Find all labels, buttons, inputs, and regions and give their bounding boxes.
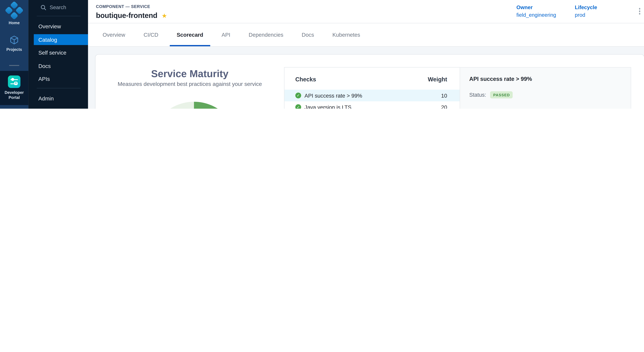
sidebar-divider (37, 16, 80, 16)
search-icon (40, 5, 46, 10)
kebab-menu-icon[interactable] (639, 8, 640, 14)
status-badge: PASSED (490, 91, 513, 98)
score-gauge: 85 (150, 102, 238, 109)
module-rail: Home Projects DeveloperPortal ∞ Deployme… (0, 0, 28, 109)
check-label: API success rate > 99% (304, 92, 441, 99)
sidebar-item-admin[interactable]: Admin (28, 93, 88, 104)
lifecycle-value: prod (575, 11, 608, 19)
owner-label: Owner (516, 4, 562, 11)
nav-projects-label: Projects (0, 47, 28, 52)
tab-ci-cd[interactable]: CI/CD (136, 23, 166, 46)
check-weight: 10 (441, 92, 447, 99)
developer-portal-icon (8, 75, 20, 88)
owner-meta[interactable]: Owner field_engineering (516, 4, 562, 19)
status-label: Status: (469, 92, 486, 98)
nav-home[interactable]: Home (0, 3, 28, 25)
nav-home-label: Home (0, 20, 28, 25)
sidebar-search[interactable]: Search (28, 2, 88, 12)
scorecard-title: Service Maturity (96, 68, 284, 80)
search-placeholder: Search (50, 5, 66, 10)
check-pass-icon: ✓ (295, 104, 301, 109)
check-row[interactable]: ✓API success rate > 99%10 (284, 90, 460, 101)
lifecycle-meta: Lifecycle prod (575, 4, 608, 19)
lifecycle-label: Lifecycle (575, 4, 608, 11)
harness-logo-icon (4, 0, 24, 20)
entity-header: COMPONENT — SERVICE boutique-frontend ★ … (88, 0, 644, 23)
tab-docs[interactable]: Docs (294, 23, 321, 46)
main-area: COMPONENT — SERVICE boutique-frontend ★ … (88, 0, 644, 109)
page-title: boutique-frontend (96, 11, 158, 20)
scorecard-subtitle: Measures development best practices agai… (96, 81, 284, 87)
sidebar-item-catalog[interactable]: Catalog (34, 34, 88, 45)
checks-header: Checks (295, 76, 316, 82)
check-label: Java version is LTS (304, 104, 441, 109)
favorite-star-icon[interactable]: ★ (162, 12, 167, 19)
tab-dependencies[interactable]: Dependencies (242, 23, 290, 46)
sidebar-item-overview[interactable]: Overview (28, 20, 88, 33)
check-pass-icon: ✓ (295, 93, 301, 98)
check-detail-title: API success rate > 99% (469, 76, 622, 82)
nav-developer-portal[interactable]: DeveloperPortal (0, 75, 28, 100)
entity-tabs: OverviewCI/CDScorecardAPIDependenciesDoc… (88, 23, 644, 47)
check-weight: 20 (441, 104, 447, 109)
sidebar-menu: OverviewCatalogSelf serviceDocsAPIs (28, 20, 88, 86)
owner-value[interactable]: field_engineering (516, 11, 562, 19)
tab-api[interactable]: API (214, 23, 238, 46)
weight-header: Weight (428, 76, 447, 82)
nav-developer-portal-label: DeveloperPortal (0, 90, 28, 100)
sidebar-item-docs[interactable]: Docs (28, 59, 88, 72)
nav-projects[interactable]: Projects (0, 35, 28, 52)
check-detail-panel: API success rate > 99% Status: PASSED (460, 68, 631, 109)
checks-panel: ChecksWeight ✓API success rate > 99%10✓J… (284, 67, 631, 109)
portal-sidebar: Search OverviewCatalogSelf serviceDocsAP… (28, 0, 88, 109)
app-window: Home Projects DeveloperPortal ∞ Deployme… (0, 0, 644, 109)
scorecard-service-maturity: Service Maturity Measures development be… (95, 54, 644, 109)
sidebar-item-self-service[interactable]: Self service (28, 46, 88, 59)
checks-list: ✓API success rate > 99%10✓Java version i… (284, 90, 460, 109)
check-row[interactable]: ✓Java version is LTS20 (284, 101, 460, 109)
tab-kubernetes[interactable]: Kubernetes (325, 23, 367, 46)
sidebar-item-apis[interactable]: APIs (28, 72, 88, 86)
sidebar-divider-admin (37, 88, 80, 88)
rail-divider (9, 65, 19, 66)
tab-overview[interactable]: Overview (96, 23, 132, 46)
score-value: 85 (150, 102, 238, 109)
breadcrumb: COMPONENT — SERVICE (96, 4, 150, 9)
cube-icon (9, 35, 19, 45)
tab-scorecard[interactable]: Scorecard (170, 23, 210, 46)
